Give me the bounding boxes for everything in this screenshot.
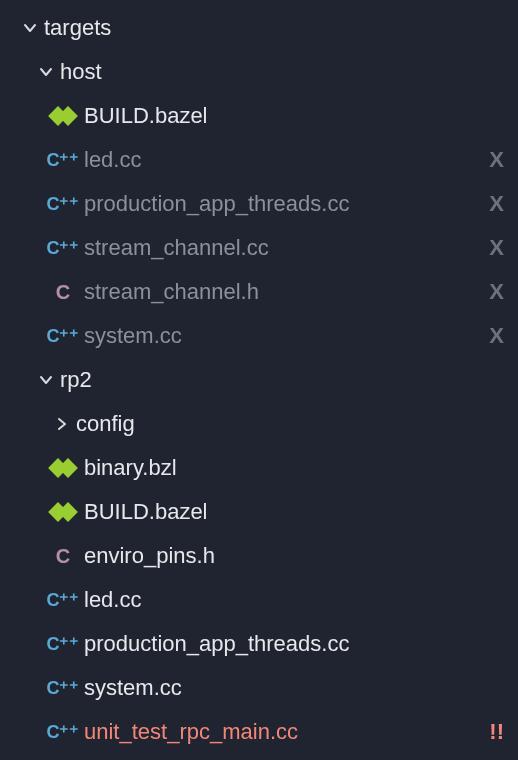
- tree-file[interactable]: C⁺⁺system.ccX: [0, 314, 518, 358]
- file-label: enviro_pins.h: [84, 543, 504, 569]
- tree-folder[interactable]: host: [0, 50, 518, 94]
- tree-file[interactable]: BUILD.bazel: [0, 94, 518, 138]
- chevron-down-icon[interactable]: [32, 64, 60, 80]
- tree-folder[interactable]: config: [0, 402, 518, 446]
- cpp-icon: C⁺⁺: [48, 589, 78, 611]
- cpp-icon: C⁺⁺: [48, 633, 78, 655]
- folder-label: host: [60, 59, 504, 85]
- status-ignored-icon: X: [489, 323, 504, 349]
- file-label: binary.bzl: [84, 455, 504, 481]
- file-label: production_app_threads.cc: [84, 631, 504, 657]
- file-label: led.cc: [84, 147, 481, 173]
- chevron-down-icon[interactable]: [32, 372, 60, 388]
- tree-file[interactable]: Cenviro_pins.h: [0, 534, 518, 578]
- file-label: BUILD.bazel: [84, 499, 504, 525]
- bazel-icon: [48, 106, 78, 126]
- bazel-icon: [48, 458, 78, 478]
- tree-folder[interactable]: rp2: [0, 358, 518, 402]
- file-tree: targetshostBUILD.bazelC⁺⁺led.ccXC⁺⁺produ…: [0, 0, 518, 754]
- chevron-down-icon[interactable]: [16, 20, 44, 36]
- file-label: production_app_threads.cc: [84, 191, 481, 217]
- status-error-icon: !!: [489, 719, 504, 745]
- tree-file[interactable]: binary.bzl: [0, 446, 518, 490]
- folder-label: targets: [44, 15, 504, 41]
- cpp-icon: C⁺⁺: [48, 193, 78, 215]
- c-header-icon: C: [48, 281, 78, 304]
- cpp-icon: C⁺⁺: [48, 237, 78, 259]
- bazel-icon: [48, 502, 78, 522]
- cpp-icon: C⁺⁺: [48, 677, 78, 699]
- tree-file[interactable]: C⁺⁺led.ccX: [0, 138, 518, 182]
- file-label: unit_test_rpc_main.cc: [84, 719, 481, 745]
- file-label: stream_channel.cc: [84, 235, 481, 261]
- tree-file[interactable]: C⁺⁺production_app_threads.ccX: [0, 182, 518, 226]
- cpp-icon: C⁺⁺: [48, 325, 78, 347]
- c-header-icon: C: [48, 545, 78, 568]
- tree-file[interactable]: BUILD.bazel: [0, 490, 518, 534]
- file-label: BUILD.bazel: [84, 103, 504, 129]
- cpp-icon: C⁺⁺: [48, 149, 78, 171]
- file-label: stream_channel.h: [84, 279, 481, 305]
- tree-file[interactable]: Cstream_channel.hX: [0, 270, 518, 314]
- file-label: system.cc: [84, 323, 481, 349]
- tree-file[interactable]: C⁺⁺production_app_threads.cc: [0, 622, 518, 666]
- status-ignored-icon: X: [489, 191, 504, 217]
- cpp-icon: C⁺⁺: [48, 721, 78, 743]
- tree-file[interactable]: C⁺⁺led.cc: [0, 578, 518, 622]
- tree-file[interactable]: C⁺⁺unit_test_rpc_main.cc!!: [0, 710, 518, 754]
- tree-file[interactable]: C⁺⁺stream_channel.ccX: [0, 226, 518, 270]
- file-label: led.cc: [84, 587, 504, 613]
- chevron-right-icon[interactable]: [48, 416, 76, 432]
- folder-label: rp2: [60, 367, 504, 393]
- status-ignored-icon: X: [489, 147, 504, 173]
- tree-file[interactable]: C⁺⁺system.cc: [0, 666, 518, 710]
- folder-label: config: [76, 411, 504, 437]
- tree-folder[interactable]: targets: [0, 6, 518, 50]
- status-ignored-icon: X: [489, 279, 504, 305]
- file-label: system.cc: [84, 675, 504, 701]
- status-ignored-icon: X: [489, 235, 504, 261]
